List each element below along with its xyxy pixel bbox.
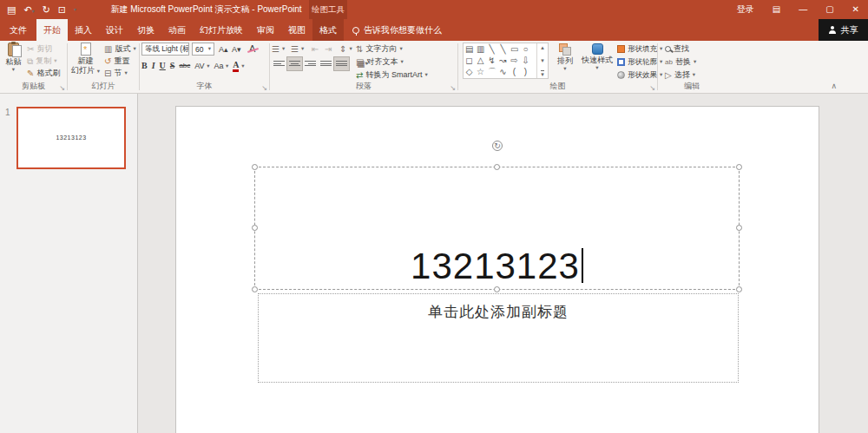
- font-size-dropdown-icon[interactable]: ▾: [208, 46, 211, 52]
- strikethrough-abc-button[interactable]: abc: [179, 62, 190, 69]
- reset-button[interactable]: ↺ 重置: [104, 56, 129, 67]
- shape-item[interactable]: ⇩: [522, 56, 529, 65]
- redo-icon[interactable]: ↻: [43, 5, 50, 15]
- share-button[interactable]: 共享: [819, 19, 868, 41]
- shrink-font-button[interactable]: A▾: [232, 43, 241, 55]
- clipboard-dialog-launcher-icon[interactable]: ↘: [59, 85, 65, 92]
- align-center-button[interactable]: [287, 57, 302, 70]
- scroll-up-icon[interactable]: ▴: [541, 44, 544, 50]
- font-color-button[interactable]: A ▾: [233, 61, 244, 72]
- tab-home[interactable]: 开始: [36, 19, 68, 41]
- paste-button[interactable]: 粘贴 ▾: [2, 43, 25, 73]
- numbering-button[interactable]: ☰▾: [291, 43, 304, 55]
- close-icon[interactable]: ✕: [852, 5, 859, 14]
- text-direction-button[interactable]: ⇅ 文字方向▾: [356, 43, 403, 55]
- title-placeholder[interactable]: 13213123: [254, 167, 740, 290]
- copy-button[interactable]: ⧉ 复制 ▾: [27, 56, 56, 67]
- drawing-dialog-launcher-icon[interactable]: ↘: [649, 85, 655, 92]
- tab-design[interactable]: 设计: [99, 19, 130, 41]
- paragraph-dialog-launcher-icon[interactable]: ↘: [450, 85, 456, 92]
- cut-button[interactable]: ✂ 剪切: [27, 43, 52, 55]
- increase-indent-button[interactable]: ⇥: [325, 43, 332, 55]
- shape-effects-button[interactable]: 形状效果▾: [617, 69, 662, 81]
- tab-slideshow[interactable]: 幻灯片放映: [193, 19, 250, 41]
- strikethrough-button[interactable]: S: [170, 62, 175, 70]
- font-size-combo[interactable]: 60 ▾: [192, 43, 214, 56]
- shape-item[interactable]: ↯: [488, 56, 496, 65]
- decrease-indent-button[interactable]: ⇤: [312, 43, 319, 55]
- resize-handle[interactable]: [252, 164, 258, 170]
- slide-canvas[interactable]: ↻ 13213123 单击此处添加副标题: [175, 106, 819, 433]
- sign-in-button[interactable]: 登录: [737, 3, 754, 16]
- save-icon[interactable]: ▤: [7, 5, 16, 15]
- section-button[interactable]: ⊟ 节▾: [104, 68, 128, 79]
- shape-item[interactable]: ◇: [465, 68, 473, 76]
- subtitle-placeholder[interactable]: 单击此处添加副标题: [258, 293, 739, 383]
- shape-item[interactable]: ▤: [465, 45, 473, 54]
- shape-item[interactable]: ╲: [488, 45, 496, 54]
- character-spacing-button[interactable]: AV ▾: [194, 62, 209, 70]
- bold-button[interactable]: B: [141, 62, 148, 70]
- collapse-ribbon-icon[interactable]: ∧: [831, 82, 837, 90]
- shape-item[interactable]: △: [477, 56, 484, 65]
- quick-styles-button[interactable]: 快速样式 ▾: [580, 43, 615, 71]
- shape-item[interactable]: ∿: [499, 68, 507, 76]
- bullets-button[interactable]: ☰▾: [272, 43, 285, 55]
- convert-smartart-button[interactable]: ⇄ 转换为 SmartArt▾: [356, 69, 428, 81]
- scroll-down-icon[interactable]: ▾: [541, 57, 544, 63]
- shape-item[interactable]: ◻: [465, 56, 473, 65]
- customize-qat-icon[interactable]: ▾: [74, 7, 76, 12]
- tab-file[interactable]: 文件: [0, 19, 36, 41]
- layout-button[interactable]: ▥ 版式▾: [104, 43, 136, 55]
- align-left-button[interactable]: [272, 57, 286, 70]
- line-spacing-button[interactable]: ⇕▾: [339, 43, 352, 55]
- shape-item[interactable]: ▭: [510, 45, 518, 54]
- slide-thumbnail[interactable]: 13213123: [16, 107, 126, 169]
- shape-item[interactable]: ○: [522, 45, 529, 54]
- font-dialog-launcher-icon[interactable]: ↘: [261, 85, 267, 92]
- arrange-button[interactable]: 排列 ▾: [552, 43, 578, 72]
- shape-outline-button[interactable]: 形状轮廓▾: [617, 56, 662, 68]
- find-button[interactable]: 查找: [665, 43, 689, 55]
- clear-formatting-button[interactable]: A: [249, 43, 255, 54]
- distribute-text-button[interactable]: [334, 57, 349, 70]
- tab-format-contextual[interactable]: 格式: [312, 19, 344, 41]
- resize-handle[interactable]: [736, 164, 742, 170]
- paste-dropdown-icon[interactable]: ▾: [12, 67, 15, 73]
- italic-button[interactable]: I: [152, 62, 155, 70]
- ribbon-display-options-icon[interactable]: ▤: [773, 5, 780, 14]
- shape-item[interactable]: ⇨: [510, 56, 518, 65]
- rotate-handle-icon[interactable]: ↻: [492, 141, 503, 151]
- align-right-button[interactable]: [303, 57, 318, 70]
- tell-me-box[interactable]: 告诉我你想要做什么: [344, 19, 450, 41]
- resize-handle[interactable]: [494, 286, 500, 292]
- font-name-combo[interactable]: 等线 Light (标 ▾: [141, 43, 189, 56]
- resize-handle[interactable]: [252, 225, 258, 231]
- tab-insert[interactable]: 插入: [68, 19, 99, 41]
- shape-item[interactable]: ▥: [477, 45, 484, 54]
- justify-button[interactable]: [319, 57, 333, 70]
- undo-icon[interactable]: ↶▾: [23, 5, 34, 15]
- undo-dropdown-icon[interactable]: ▾: [32, 9, 35, 14]
- resize-handle[interactable]: [494, 164, 500, 170]
- start-slideshow-icon[interactable]: ⊡: [58, 5, 66, 15]
- resize-handle[interactable]: [252, 286, 258, 292]
- shape-item[interactable]: ╲: [499, 45, 507, 54]
- more-shapes-icon[interactable]: ▾: [541, 70, 544, 77]
- underline-button[interactable]: U: [160, 62, 166, 70]
- shape-item[interactable]: ): [522, 68, 529, 76]
- align-text-button[interactable]: ▤ 对齐文本▾: [356, 56, 404, 68]
- shape-item[interactable]: ⌒: [488, 68, 496, 76]
- shape-item[interactable]: (: [510, 68, 518, 76]
- maximize-icon[interactable]: ▢: [825, 5, 833, 14]
- resize-handle[interactable]: [736, 225, 742, 231]
- shape-item[interactable]: ↝: [499, 56, 507, 65]
- tab-view[interactable]: 视图: [281, 19, 312, 41]
- tab-animations[interactable]: 动画: [161, 19, 193, 41]
- tab-transitions[interactable]: 切换: [130, 19, 161, 41]
- format-painter-button[interactable]: ✎ 格式刷: [27, 68, 60, 79]
- change-case-button[interactable]: Aa ▾: [214, 62, 228, 70]
- grow-font-button[interactable]: A▴: [219, 43, 228, 55]
- minimize-icon[interactable]: —: [799, 5, 807, 14]
- tab-review[interactable]: 审阅: [250, 19, 281, 41]
